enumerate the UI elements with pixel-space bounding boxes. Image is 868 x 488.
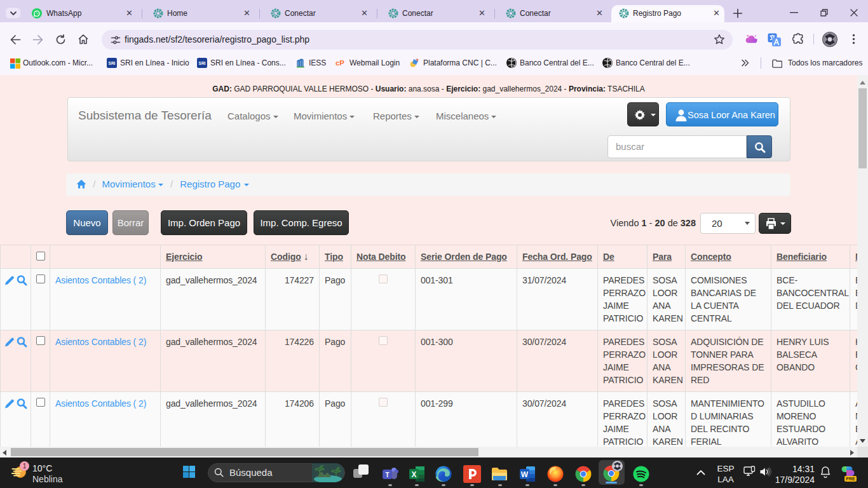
svg-text:cP: cP bbox=[336, 59, 344, 67]
svg-text:SRI: SRI bbox=[109, 61, 116, 65]
svg-text:T: T bbox=[385, 471, 389, 478]
svg-text:X: X bbox=[411, 470, 416, 479]
svg-text:SRI: SRI bbox=[199, 61, 206, 65]
svg-text:W: W bbox=[521, 470, 529, 479]
